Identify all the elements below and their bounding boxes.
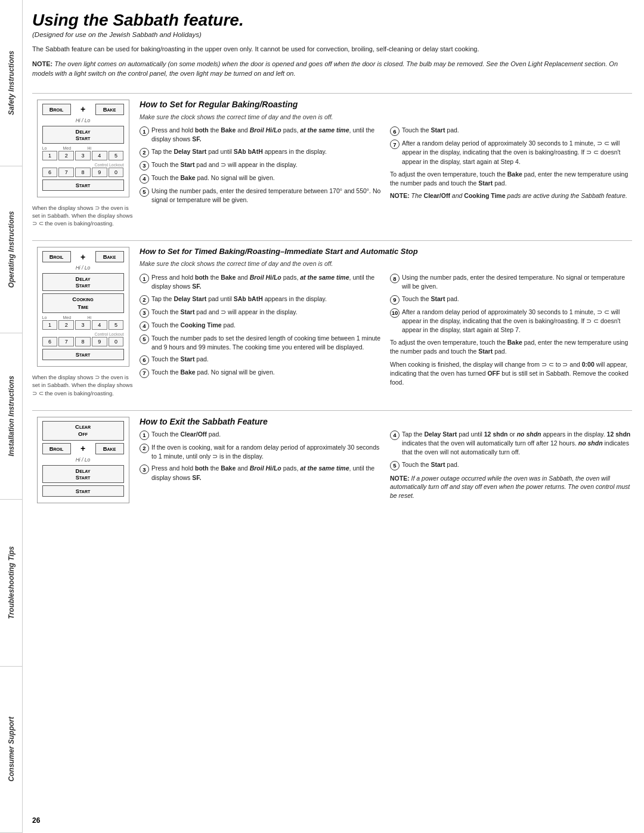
divider-3	[32, 410, 632, 411]
section3-steps-list-right: 4 Tap the Delay Start pad until 12 shdn …	[390, 430, 632, 470]
step-item: 4 Tap the Delay Start pad until 12 shdn …	[390, 430, 632, 457]
section1-steps-container: 1 Press and hold both the Bake and Broil…	[140, 126, 632, 208]
num-9: 9	[92, 337, 107, 346]
step-text: Press and hold both the Bake and Broil H…	[151, 464, 382, 482]
section3-note: NOTE: If a power outage occurred while t…	[390, 474, 632, 500]
diagram-caption-2: When the display shows ⊃ the oven is set…	[32, 373, 134, 397]
step-text: Touch the Start pad.	[402, 295, 632, 304]
step-num: 4	[390, 431, 400, 440]
step-item: 3 Touch the Start pad and ⊃ will appear …	[140, 160, 382, 171]
step-text: Press and hold both the Bake and Broil H…	[151, 126, 382, 144]
num-0: 0	[109, 337, 124, 346]
section1-steps-list-right: 6 Touch the Start pad. 7 After a random …	[390, 126, 632, 166]
sidebar-section-safety: Safety Instructions	[0, 0, 22, 166]
step-text: After a random delay period of approxima…	[402, 139, 632, 166]
section2-make-sure: Make sure the clock shows the correct ti…	[140, 259, 632, 268]
step-num: 3	[140, 465, 149, 474]
plus-sign-3: +	[80, 444, 85, 453]
num-6: 6	[42, 337, 58, 346]
clear-off-btn: ClearOff	[42, 421, 124, 441]
broil-btn-1: Broil	[42, 104, 71, 115]
note-text: NOTE: The oven light comes on automatica…	[32, 59, 632, 79]
step-num: 6	[390, 126, 400, 136]
section1-heading: How to Set for Regular Baking/Roasting	[140, 100, 632, 109]
broil-btn-2: Broil	[42, 251, 71, 262]
num-8: 8	[75, 168, 91, 177]
step-item: 2 Tap the Delay Start pad until SAb bAtH…	[140, 295, 382, 305]
plus-sign-2: +	[80, 252, 85, 262]
num-grid-bottom-2: 6 7 8 9 0	[42, 337, 124, 346]
intro-text: The Sabbath feature can be used for baki…	[32, 44, 632, 54]
step-num: 10	[390, 308, 400, 318]
step-item: 1 Touch the Clear/Off pad.	[140, 430, 382, 440]
step-text: Tap the Delay Start pad until 12 shdn or…	[402, 430, 632, 457]
section1-note: NOTE: The Clear/Off and Cooking Time pad…	[390, 191, 632, 200]
step-num: 6	[140, 355, 149, 365]
broil-bake-row-3: Broil + Bake	[42, 443, 124, 454]
num-9: 9	[92, 168, 107, 177]
num-3: 3	[75, 320, 91, 330]
step-num: 3	[140, 308, 149, 318]
step-text: Using the number pads, enter the desired…	[402, 273, 632, 291]
bake-btn-3: Bake	[95, 443, 124, 454]
num-7: 7	[58, 168, 74, 177]
step-text: Using the number pads, enter the desired…	[151, 187, 382, 205]
sidebar-section-consumer: Consumer Support	[0, 667, 22, 833]
step-num: 2	[140, 444, 149, 453]
page-subtitle: (Designed for use on the Jewish Sabbath …	[32, 31, 632, 38]
note-body: The oven light comes on automatically (o…	[32, 60, 618, 78]
num-4: 4	[92, 151, 107, 160]
divider-2	[32, 240, 632, 241]
step-item: 4 Touch the Bake pad. No signal will be …	[140, 174, 382, 184]
num-7: 7	[58, 337, 74, 346]
step-num: 5	[140, 187, 149, 197]
step-num: 1	[140, 274, 149, 283]
diagram-panel-1: Broil + Bake Hi / Lo DelayStart LoMedHi …	[37, 100, 129, 197]
step-item: 2 Tap the Delay Start pad until SAb bAtH…	[140, 147, 382, 157]
num-0: 0	[109, 168, 124, 177]
section1-adjust: To adjust the oven temperature, touch th…	[390, 170, 632, 188]
section3-steps-container: 1 Touch the Clear/Off pad. 2 If the oven…	[140, 430, 632, 500]
step-num: 7	[140, 368, 149, 378]
section2-steps-container: 1 Press and hold both the Bake and Broil…	[140, 273, 632, 387]
sidebar-section-installation: Installation Instructions	[0, 333, 22, 500]
cooking-time-btn: CookingTime	[42, 293, 124, 313]
step-item: 1 Press and hold both the Bake and Broil…	[140, 273, 382, 291]
num-5: 5	[109, 151, 124, 160]
start-btn-2: Start	[42, 349, 124, 360]
num-3: 3	[75, 151, 91, 160]
section-regular-baking: Broil + Bake Hi / Lo DelayStart LoMedHi …	[32, 100, 632, 228]
num-1: 1	[42, 151, 58, 160]
num-6: 6	[42, 168, 58, 177]
step-num: 2	[140, 148, 149, 157]
section2-heading: How to Set for Timed Baking/Roasting–Imm…	[140, 247, 632, 256]
step-item: 6 Touch the Start pad.	[140, 355, 382, 365]
step-text: Tap the Delay Start pad until SAb bAtH a…	[151, 147, 382, 156]
section2-steps-right: 8 Using the number pads, enter the desir…	[390, 273, 632, 387]
num-grid-top-1: 1 2 3 4 5	[42, 151, 124, 160]
step-item: 9 Touch the Start pad.	[390, 295, 632, 305]
step-item: 6 Touch the Start pad.	[390, 126, 632, 136]
step-text: Touch the Bake pad. No signal will be gi…	[151, 368, 382, 377]
step-item: 10 After a random delay period of approx…	[390, 308, 632, 335]
instructions-col-3: How to Exit the Sabbath Feature 1 Touch …	[140, 417, 632, 507]
step-text: Press and hold both the Bake and Broil H…	[151, 273, 382, 291]
diagram-col-1: Broil + Bake Hi / Lo DelayStart LoMedHi …	[32, 100, 134, 228]
step-num: 1	[140, 126, 149, 136]
section3-steps-left: 1 Touch the Clear/Off pad. 2 If the oven…	[140, 430, 382, 500]
num-4: 4	[92, 320, 107, 330]
step-item: 2 If the oven is cooking, wait for a ran…	[140, 443, 382, 461]
broil-btn-3: Broil	[42, 443, 71, 454]
step-num: 7	[390, 140, 400, 149]
plus-sign-1: +	[80, 104, 85, 114]
main-content: Using the Sabbath feature. (Designed for…	[23, 0, 644, 833]
diagram-col-2: Broil + Bake Hi / Lo DelayStart CookingT…	[32, 247, 134, 397]
divider-1	[32, 93, 632, 94]
step-item: 5 Touch the Start pad.	[390, 460, 632, 470]
step-num: 3	[140, 161, 149, 171]
page-title: Using the Sabbath feature.	[32, 11, 632, 30]
section2-adjust: To adjust the oven temperature, touch th…	[390, 338, 632, 356]
step-text: Touch the Start pad and ⊃ will appear in…	[151, 308, 382, 317]
step-item: 7 After a random delay period of approxi…	[390, 139, 632, 166]
step-item: 4 Touch the Cooking Time pad.	[140, 321, 382, 331]
